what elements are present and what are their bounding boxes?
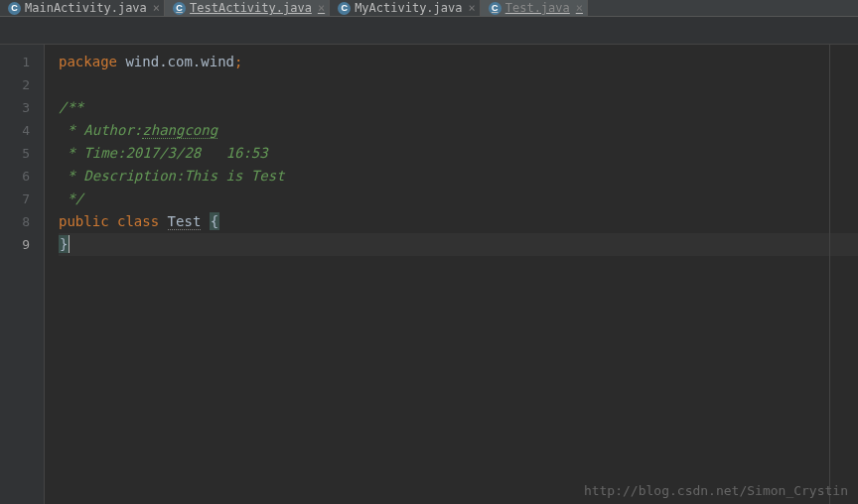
tab-label: Test.java	[505, 1, 570, 15]
line-number: 4	[0, 119, 30, 142]
code-line	[59, 73, 858, 96]
line-number: 9	[0, 233, 30, 256]
code-line: * Author:zhangcong	[59, 119, 858, 142]
java-class-icon: C	[338, 2, 351, 15]
tab-my-activity[interactable]: C MyActivity.java ×	[330, 0, 481, 16]
java-class-icon: C	[173, 2, 186, 15]
java-class-icon: C	[489, 2, 501, 15]
code-line: package wind.com.wind;	[59, 51, 858, 73]
tab-label: TestActivity.java	[190, 1, 312, 15]
close-icon[interactable]: ×	[318, 1, 325, 15]
line-number: 8	[0, 210, 30, 233]
close-icon[interactable]: ×	[469, 1, 476, 15]
tab-bar: C MainActivity.java × C TestActivity.jav…	[0, 0, 858, 17]
java-class-icon: C	[8, 2, 21, 15]
code-line: * Time:2017/3/28 16:53	[59, 142, 858, 165]
line-number: 2	[0, 73, 30, 96]
right-margin	[829, 45, 830, 504]
code-line: */	[59, 188, 858, 210]
close-icon[interactable]: ×	[576, 1, 583, 15]
line-number: 1	[0, 51, 30, 73]
tab-test[interactable]: C Test.java ×	[481, 0, 588, 16]
tab-label: MyActivity.java	[355, 1, 462, 15]
code-line: * Description:This is Test	[59, 165, 858, 188]
line-number: 6	[0, 165, 30, 188]
tab-test-activity[interactable]: C TestActivity.java ×	[165, 0, 330, 16]
caret	[69, 235, 70, 253]
editor[interactable]: 1 2 3 4 5 6 7 8 9 package wind.com.wind;…	[0, 45, 858, 504]
line-number: 5	[0, 142, 30, 165]
code-area[interactable]: package wind.com.wind; /** * Author:zhan…	[45, 45, 858, 504]
line-number: 3	[0, 96, 30, 119]
watermark: http://blog.csdn.net/Simon_Crystin	[584, 483, 848, 498]
tab-label: MainActivity.java	[25, 1, 147, 15]
code-line: public class Test {	[59, 210, 858, 233]
gutter: 1 2 3 4 5 6 7 8 9	[0, 45, 45, 504]
close-icon[interactable]: ×	[153, 1, 160, 15]
tab-main-activity[interactable]: C MainActivity.java ×	[0, 0, 165, 16]
code-line: }	[59, 233, 858, 256]
line-number: 7	[0, 188, 30, 210]
breadcrumb	[0, 17, 858, 45]
code-line: /**	[59, 96, 858, 119]
